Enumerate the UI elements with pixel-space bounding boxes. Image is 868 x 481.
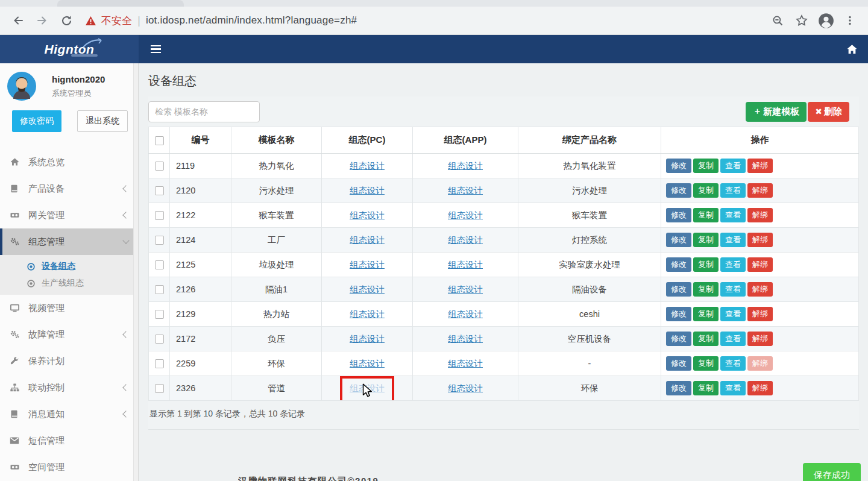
bookmark-star-icon[interactable] (790, 14, 814, 27)
copy-button[interactable]: 复制 (693, 159, 719, 173)
row-checkbox[interactable] (155, 335, 164, 344)
browser-tab[interactable] (57, 0, 184, 7)
sidebar-subitem[interactable]: 设备组态 (0, 258, 138, 275)
modify-button[interactable]: 修改 (666, 381, 691, 395)
menu-dots-icon[interactable] (838, 15, 862, 26)
pc-design-link[interactable]: 组态设计 (350, 260, 385, 269)
app-design-link[interactable]: 组态设计 (448, 285, 483, 294)
pc-design-link[interactable]: 组态设计 (350, 161, 385, 171)
unbind-button[interactable]: 解绑 (747, 208, 773, 222)
copy-button[interactable]: 复制 (693, 208, 719, 222)
sidebar-item-5[interactable]: 视频管理 (0, 295, 138, 321)
view-button[interactable]: 查看 (720, 282, 746, 297)
view-button[interactable]: 查看 (720, 332, 746, 346)
app-design-link[interactable]: 组态设计 (448, 383, 483, 393)
view-button[interactable]: 查看 (720, 307, 746, 321)
profile-avatar-icon[interactable] (814, 13, 838, 29)
home-button[interactable] (844, 42, 860, 57)
row-checkbox[interactable] (155, 162, 164, 171)
warning-triangle-icon[interactable] (86, 16, 96, 25)
delete-button[interactable]: ✖ 删除 (808, 102, 849, 122)
modify-button[interactable]: 修改 (666, 159, 691, 173)
row-checkbox[interactable] (155, 359, 164, 368)
app-design-link[interactable]: 组态设计 (448, 260, 483, 269)
row-checkbox[interactable] (155, 285, 164, 294)
zoom-out-icon[interactable] (766, 15, 790, 27)
unbind-button[interactable]: 解绑 (747, 257, 773, 272)
copy-button[interactable]: 复制 (693, 183, 719, 198)
app-logo[interactable]: Hignton (0, 35, 139, 63)
security-warning-label[interactable]: 不安全 (101, 14, 132, 28)
app-design-link[interactable]: 组态设计 (448, 161, 483, 171)
view-button[interactable]: 查看 (720, 183, 746, 198)
new-template-button[interactable]: ＋ 新建模板 (746, 102, 807, 122)
forward-arrow-icon[interactable] (30, 14, 54, 27)
unbind-button[interactable]: 解绑 (747, 282, 773, 297)
reload-icon[interactable] (54, 15, 78, 27)
modify-button[interactable]: 修改 (666, 307, 691, 321)
row-checkbox[interactable] (155, 384, 164, 393)
unbind-button[interactable]: 解绑 (747, 183, 773, 198)
copy-button[interactable]: 复制 (693, 381, 719, 395)
modify-button[interactable]: 修改 (666, 257, 691, 272)
sidebar-item-8[interactable]: 联动控制 (0, 374, 138, 401)
pc-design-link[interactable]: 组态设计 (350, 359, 385, 368)
view-button[interactable]: 查看 (720, 208, 746, 222)
sidebar-item-6[interactable]: 故障管理 (0, 321, 138, 348)
sidebar-item-7[interactable]: 保养计划 (0, 348, 138, 374)
unbind-button[interactable]: 解绑 (747, 233, 773, 247)
copy-button[interactable]: 复制 (693, 356, 719, 371)
select-all-checkbox[interactable] (155, 136, 164, 145)
unbind-button[interactable]: 解绑 (747, 332, 773, 346)
modify-button[interactable]: 修改 (666, 183, 691, 198)
app-design-link[interactable]: 组态设计 (448, 309, 483, 319)
back-arrow-icon[interactable] (6, 14, 30, 27)
pc-design-link[interactable]: 组态设计 (350, 383, 385, 393)
address-bar[interactable]: 不安全 | iot.idosp.net/admin/index.html?lan… (86, 14, 766, 28)
unbind-button[interactable]: 解绑 (747, 307, 773, 321)
row-checkbox[interactable] (155, 236, 164, 245)
sidebar-item-3[interactable]: 网关管理 (0, 202, 138, 228)
modify-button[interactable]: 修改 (666, 233, 691, 247)
sidebar-item-9[interactable]: 消息通知 (0, 401, 138, 427)
url-text[interactable]: iot.idosp.net/admin/index.html?language=… (146, 14, 357, 27)
pc-design-link[interactable]: 组态设计 (350, 186, 385, 195)
modify-button[interactable]: 修改 (666, 282, 691, 297)
row-checkbox[interactable] (155, 260, 164, 269)
view-button[interactable]: 查看 (720, 233, 746, 247)
view-button[interactable]: 查看 (720, 257, 746, 272)
sidebar-scrollbar[interactable] (133, 63, 138, 481)
copy-button[interactable]: 复制 (693, 257, 719, 272)
modify-button[interactable]: 修改 (666, 208, 691, 222)
view-button[interactable]: 查看 (720, 381, 746, 395)
app-design-link[interactable]: 组态设计 (448, 186, 483, 195)
modify-button[interactable]: 修改 (666, 356, 691, 371)
copy-button[interactable]: 复制 (693, 282, 719, 297)
sidebar-item-10[interactable]: 短信管理 (0, 427, 138, 454)
row-checkbox[interactable] (155, 186, 164, 195)
search-input[interactable] (148, 101, 260, 122)
pc-design-link[interactable]: 组态设计 (350, 334, 385, 344)
view-button[interactable]: 查看 (720, 159, 746, 173)
pc-design-link[interactable]: 组态设计 (350, 285, 385, 294)
copy-button[interactable]: 复制 (693, 332, 719, 346)
modify-button[interactable]: 修改 (666, 332, 691, 346)
change-password-button[interactable]: 修改密码 (12, 110, 61, 132)
row-checkbox[interactable] (155, 211, 164, 220)
pc-design-link[interactable]: 组态设计 (350, 309, 385, 319)
logout-button[interactable]: 退出系统 (77, 110, 128, 132)
app-design-link[interactable]: 组态设计 (448, 235, 483, 245)
sidebar-item-11[interactable]: 空间管理 (0, 454, 138, 480)
sidebar-subitem[interactable]: 生产线组态 (0, 275, 138, 292)
sidebar-item-1[interactable]: 系统总览 (0, 149, 138, 175)
app-design-link[interactable]: 组态设计 (448, 334, 483, 344)
copy-button[interactable]: 复制 (693, 233, 719, 247)
copy-button[interactable]: 复制 (693, 307, 719, 321)
sidebar-item-4[interactable]: 组态管理 (0, 228, 138, 255)
unbind-button[interactable]: 解绑 (747, 159, 773, 173)
view-button[interactable]: 查看 (720, 356, 746, 371)
app-design-link[interactable]: 组态设计 (448, 210, 483, 220)
sidebar-item-2[interactable]: 产品设备 (0, 175, 138, 202)
sidebar-toggle-button[interactable] (147, 42, 165, 57)
app-design-link[interactable]: 组态设计 (448, 359, 483, 368)
